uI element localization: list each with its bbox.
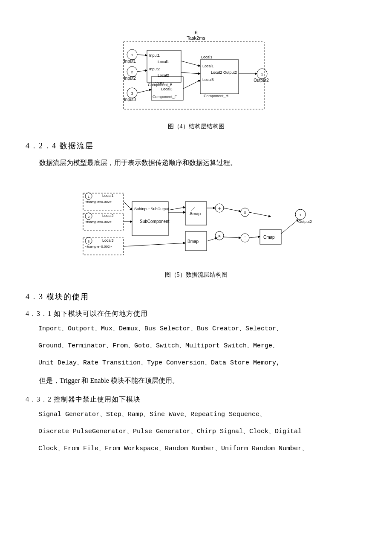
heading-431: 4．3．1 如下模块可以在任何地方使用 [26, 309, 366, 318]
svg-text:<tsample=0.002>: <tsample=0.002> [85, 220, 112, 224]
fig4-caption: 图（4）结构层结构图 [168, 123, 225, 130]
section-43: 4．3 模块的使用 [26, 292, 366, 302]
svg-line-32 [183, 80, 200, 89]
heading-43: 4．3 模块的使用 [26, 292, 366, 302]
svg-text:Amap: Amap [190, 211, 201, 216]
svg-text:Cmap: Cmap [263, 235, 275, 240]
svg-text:×: × [218, 233, 221, 239]
text-431-1: Inport、Outport、Mux、Demux、Bus Selector、Bu… [26, 323, 366, 335]
svg-text:<tsample=0.002>: <tsample=0.002> [85, 200, 112, 204]
svg-text:Input2: Input2 [149, 67, 160, 71]
fig4-container: |£| Task2ms 1 Input1 2 Input2 3 Input3 I… [26, 26, 366, 130]
svg-text:Task2ms: Task2ms [187, 35, 205, 40]
section-432: 4．3．2 控制器中禁止使用如下模块 Signal Generator、Step… [26, 395, 366, 455]
svg-text:1: 1 [131, 53, 133, 57]
heading-424: 4．2．4 数据流层 [26, 141, 366, 151]
svg-line-30 [181, 61, 200, 66]
svg-text:Input1: Input1 [124, 59, 136, 64]
svg-text:1: 1 [261, 72, 263, 76]
svg-text:Input1: Input1 [149, 53, 160, 58]
svg-text:Component_F: Component_F [153, 95, 177, 99]
section-431: 4．3．1 如下模块可以在任何地方使用 Inport、Outport、Mux、D… [26, 309, 366, 387]
svg-line-84 [168, 207, 185, 210]
svg-text:1: 1 [88, 195, 90, 199]
svg-line-31 [181, 72, 200, 74]
svg-text:Input2: Input2 [124, 76, 136, 81]
svg-rect-2 [124, 42, 264, 109]
svg-text:Local1: Local1 [202, 64, 214, 68]
svg-text:+: + [218, 205, 221, 211]
section-424: 4．2．4 数据流层 数据流层为模型最底层，用于表示数据传递顺序和数据运算过程。 [26, 141, 366, 170]
svg-text:Local1: Local1 [158, 60, 169, 64]
svg-text:SubComponent: SubComponent [140, 219, 170, 224]
text-431-3: Unit Delay、Rate Transition、Type Conversi… [26, 357, 366, 370]
svg-text:Output2: Output2 [254, 78, 269, 83]
svg-line-24 [137, 90, 151, 93]
svg-line-69 [124, 243, 185, 246]
svg-text:Local1: Local1 [201, 55, 213, 59]
svg-text:|£|: |£| [193, 30, 199, 35]
svg-text:×: × [243, 210, 246, 216]
svg-text:2: 2 [131, 70, 133, 74]
fig4-svg: |£| Task2ms 1 Input1 2 Input2 3 Input3 I… [98, 26, 294, 119]
svg-line-18 [137, 55, 147, 55]
svg-text:Local2  Output2: Local2 Output2 [211, 70, 237, 75]
svg-line-78 [249, 237, 260, 238]
svg-line-79 [249, 212, 271, 217]
text-424-intro: 数据流层为模型最底层，用于表示数据传递顺序和数据运算过程。 [26, 156, 366, 170]
fig5-container: 1 Local1 <tsample=0.002> 2 Local2 <tsamp… [26, 178, 366, 279]
svg-text:Bmap: Bmap [187, 239, 199, 244]
text-432-1: Signal Generator、Step、Ramp、Sine Wave、Rep… [26, 408, 366, 421]
text-431-4: 但是，Trigger 和 Enable 模块不能在顶层使用。 [26, 374, 366, 387]
svg-text:Input3: Input3 [153, 81, 164, 85]
svg-text:3: 3 [88, 240, 90, 243]
fig5-svg: 1 Local1 <tsample=0.002> 2 Local2 <tsamp… [77, 178, 315, 268]
svg-text:÷: ÷ [244, 235, 247, 241]
svg-line-72 [207, 238, 217, 241]
svg-line-66 [224, 208, 241, 211]
svg-text:Output2: Output2 [298, 220, 312, 224]
svg-line-19 [137, 70, 147, 72]
fig5-caption: 图（5）数据流层结构图 [165, 271, 228, 279]
svg-text:Local3: Local3 [102, 238, 114, 243]
svg-text:<tsample=0.002>: <tsample=0.002> [85, 245, 112, 249]
svg-line-83 [281, 220, 298, 234]
svg-line-75 [224, 237, 241, 238]
svg-text:Input3: Input3 [124, 97, 136, 102]
svg-text:Local2: Local2 [102, 214, 114, 218]
svg-text:Local3: Local3 [202, 78, 214, 82]
svg-text:Component_H: Component_H [204, 94, 228, 98]
svg-text:2: 2 [88, 215, 90, 219]
svg-line-56 [124, 202, 132, 210]
heading-432: 4．3．2 控制器中禁止使用如下模块 [26, 395, 366, 404]
page-content: |£| Task2ms 1 Input1 2 Input2 3 Input3 I… [26, 26, 366, 455]
svg-text:SubInput  SubOutput: SubInput SubOutput [134, 207, 169, 211]
svg-text:Local1: Local1 [102, 194, 114, 198]
svg-text:3: 3 [131, 91, 133, 95]
svg-text:1: 1 [300, 213, 302, 217]
text-432-2: Discrete PulseGenerator、Pulse Generator、… [26, 425, 366, 438]
text-432-3: Clock、From File、From Workspace、Random Nu… [26, 442, 366, 455]
svg-text:Local3: Local3 [161, 87, 173, 91]
text-431-2: Ground、Terminator、From、Goto、Switch、Multi… [26, 340, 366, 353]
svg-line-85 [191, 207, 195, 211]
